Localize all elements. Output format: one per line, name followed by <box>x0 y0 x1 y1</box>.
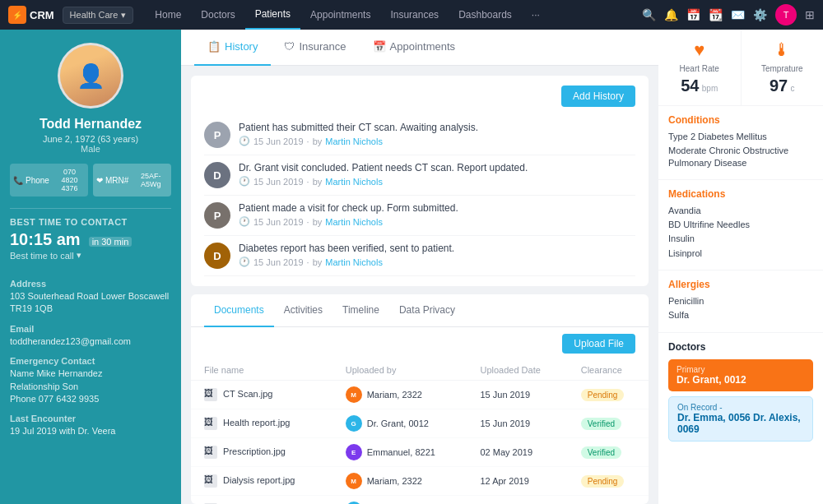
heart-rate-card: ♥ Heart Rate 54 bpm <box>658 30 742 105</box>
patient-dob: June 2, 1972 (63 years) <box>43 134 138 144</box>
org-dropdown[interactable]: Health Care ▾ <box>63 7 134 24</box>
col-filename: File name <box>191 360 332 381</box>
status-badge: Verified <box>581 446 621 459</box>
nav-more[interactable]: ··· <box>522 0 550 30</box>
onrecord-doctor-name: Dr. Emma, 0056 Dr. Alexis, 0069 <box>677 412 804 435</box>
heart-rate-icon: ♥ <box>694 39 704 61</box>
onrecord-doctor-card: On Record - Dr. Emma, 0056 Dr. Alexis, 0… <box>668 396 813 442</box>
app-logo: ⚡ CRM <box>8 6 54 24</box>
patient-avatar: 👤 <box>58 43 123 109</box>
chevron-down-icon[interactable]: ▾ <box>77 250 81 261</box>
uploader-cell: G Dr. Grant, 0012 <box>332 496 467 505</box>
history-author-1[interactable]: Martin Nichols <box>325 177 383 187</box>
clock-icon: 🕐 <box>239 176 250 187</box>
tab-appointments[interactable]: 📅 Appointments <box>360 30 469 66</box>
doc-tab-timeline[interactable]: Timeline <box>332 294 389 327</box>
medication-1: BD Ultrifine Needles <box>668 219 813 230</box>
doc-tab-privacy[interactable]: Data Privacy <box>389 294 465 327</box>
tab-insurance[interactable]: 🛡 Insurance <box>271 30 359 66</box>
file-name-cell: 🖼 Dialysis report.jpg <box>191 467 332 496</box>
mrn-button[interactable]: ❤ MRN# 25AF-A5Wg <box>93 164 171 197</box>
clearance-cell: Verified <box>568 409 649 438</box>
uploader-avatar: G <box>346 415 362 432</box>
allergy-1: Sulfa <box>668 309 813 321</box>
allergy-0: Penicillin <box>668 295 813 307</box>
emergency-name: Name Mike Hernandez <box>10 368 171 380</box>
settings-icon[interactable]: ⚙️ <box>753 8 767 21</box>
primary-label: Primary <box>677 365 805 374</box>
nav-items: Home Doctors Patients Appointments Insur… <box>145 0 637 30</box>
onrecord-label: On Record - <box>677 403 804 412</box>
clearance-cell: Verified <box>568 496 649 505</box>
uploader-avatar: E <box>346 444 362 460</box>
uploader-name: Emmanuel, 8221 <box>367 447 435 457</box>
history-avatar-0: P <box>204 122 230 148</box>
upload-file-button[interactable]: Upload File <box>562 334 635 354</box>
upload-date-cell: 15 Jun 2019 <box>467 409 567 438</box>
history-date-1: 15 Jun 2019 <box>253 177 304 187</box>
best-time-suffix: in 30 min <box>89 237 133 247</box>
best-time-call: Best time to call ▾ <box>10 250 171 261</box>
history-author-0[interactable]: Martin Nichols <box>325 136 383 146</box>
file-icon: 🖼 <box>204 388 217 401</box>
grid-icon[interactable]: ⊞ <box>805 8 815 21</box>
history-author-3[interactable]: Martin Nichols <box>325 257 383 267</box>
nav-insurances[interactable]: Insurances <box>380 0 449 30</box>
mrn-label: MRN# <box>105 176 128 185</box>
temperature-icon: 🌡 <box>773 39 791 61</box>
clock-icon: 🕐 <box>239 257 250 267</box>
user-avatar[interactable]: T <box>775 4 797 25</box>
insurance-tab-icon: 🛡 <box>284 40 295 53</box>
doc-tab-activities[interactable]: Activities <box>274 294 332 327</box>
history-text-2: Patient made a visit for check up. Form … <box>239 202 635 214</box>
best-time-label: BEST TIME TO CONTACT <box>10 217 171 227</box>
uploader-name: Mariam, 2322 <box>367 476 422 486</box>
condition-0: Type 2 Diabetes Mellitus <box>668 131 813 142</box>
search-icon[interactable]: 🔍 <box>642 8 656 21</box>
mail-icon[interactable]: ✉️ <box>731 8 745 21</box>
file-name-cell: 🖼 Prescription.jpg <box>191 438 332 467</box>
primary-doctor-card: Primary Dr. Grant, 0012 <box>668 359 813 391</box>
bell-icon[interactable]: 🔔 <box>664 8 678 21</box>
docs-tabs: Documents Activities Timeline Data Priva… <box>191 294 649 327</box>
calendar-icon[interactable]: 📆 <box>709 8 723 21</box>
history-item: P Patient has submitted their CT scan. A… <box>204 115 635 155</box>
table-row: 🖼 Health report.jpg G Dr. Grant, 0012 15… <box>191 409 649 438</box>
emergency-rel: Relationship Son <box>10 381 171 393</box>
phone-button[interactable]: 📞 Phone 070 4820 4376 <box>10 164 88 197</box>
divider <box>10 208 171 209</box>
clearance-cell: Pending <box>568 381 649 409</box>
add-history-button[interactable]: Add History <box>561 86 635 107</box>
temperature-card: 🌡 Temprature 97 c <box>742 30 824 105</box>
heart-rate-value: 54 bpm <box>681 76 718 95</box>
last-encounter-value: 19 Jul 2019 with Dr. Veera <box>10 425 171 437</box>
uploader-avatar: M <box>346 386 362 403</box>
temperature-value: 97 c <box>770 76 795 95</box>
history-section: Add History P Patient has submitted thei… <box>191 76 649 286</box>
history-avatar-3: D <box>204 243 230 269</box>
nav-doctors[interactable]: Doctors <box>191 0 244 30</box>
calendar-add-icon[interactable]: 📅 <box>686 8 700 21</box>
history-avatar-1: D <box>204 162 230 188</box>
tab-history[interactable]: 📋 History <box>194 30 271 66</box>
address-value: 103 Souterhead Road Lower Boscawell TR19… <box>10 290 171 316</box>
nav-patients[interactable]: Patients <box>245 0 300 30</box>
uploader-avatar: M <box>346 473 362 489</box>
history-meta-3: 🕐 15 Jun 2019 · by Martin Nichols <box>239 257 635 267</box>
nav-appointments[interactable]: Appointments <box>300 0 380 30</box>
conditions-title: Conditions <box>668 114 813 126</box>
nav-home[interactable]: Home <box>145 0 191 30</box>
right-panel: ♥ Heart Rate 54 bpm 🌡 Temprature 97 c Co… <box>658 30 823 504</box>
uploader-cell: M Mariam, 2322 <box>332 381 467 409</box>
docs-table-wrapper: File name Uploaded by Uploaded Date Clea… <box>191 360 649 504</box>
nav-dashboards[interactable]: Dashboards <box>449 0 522 30</box>
table-row: 🖼 Diabetes report.jpg G Dr. Grant, 0012 … <box>191 496 649 505</box>
phone-value: 070 4820 4376 <box>54 168 85 192</box>
history-content-1: Dr. Grant visit concluded. Patient needs… <box>239 162 635 187</box>
doc-tab-documents[interactable]: Documents <box>204 294 274 327</box>
table-row: 🖼 Prescription.jpg E Emmanuel, 8221 02 M… <box>191 438 649 467</box>
history-text-1: Dr. Grant visit concluded. Patient needs… <box>239 162 635 173</box>
upload-date-cell: 12 Apr 2019 <box>467 467 567 496</box>
history-author-2[interactable]: Martin Nichols <box>325 217 383 227</box>
vitals-row: ♥ Heart Rate 54 bpm 🌡 Temprature 97 c <box>658 30 823 106</box>
